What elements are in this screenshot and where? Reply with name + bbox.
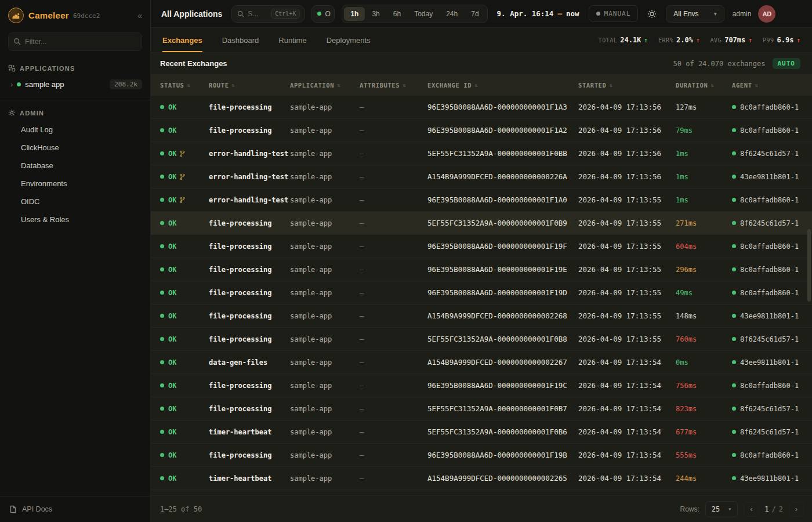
filter-input[interactable] xyxy=(8,32,142,51)
live-toggle-label: O xyxy=(325,10,330,18)
table-row[interactable]: OKfile-processingsample-app—96E395B0088A… xyxy=(151,258,812,281)
agent-status-dot xyxy=(732,198,736,202)
tab-runtime[interactable]: Runtime xyxy=(278,28,306,52)
table-row[interactable]: OKfile-processingsample-app—A154B9A999DF… xyxy=(151,304,812,328)
table-row[interactable]: OKfile-processingsample-app—5EF55FC31352… xyxy=(151,397,812,420)
sidebar-item-oidc[interactable]: OIDC xyxy=(0,193,150,211)
sidebar-collapse-button[interactable]: « xyxy=(137,11,142,20)
table-row[interactable]: OKerror-handling-testsample-app—96E395B0… xyxy=(151,188,812,212)
table-header: STATUS⇅ROUTE⇅APPLICATION⇅ATTRIBUTES⇅EXCH… xyxy=(151,74,812,96)
column-header-label: EXCHANGE ID xyxy=(427,82,472,89)
trend-up-icon: ↑ xyxy=(696,37,700,44)
table-row[interactable]: OKdata-gen-filessample-app—A154B9A999DFC… xyxy=(151,351,812,374)
manual-refresh-button[interactable]: MANUAL xyxy=(589,5,639,22)
live-toggle[interactable]: O xyxy=(311,5,335,23)
table-row[interactable]: OKfile-processingsample-app—96E395B0088A… xyxy=(151,119,812,142)
status-ok-dot xyxy=(160,407,164,411)
agent-cell: 43ee9811b801-1 xyxy=(732,474,803,483)
column-header-started[interactable]: STARTED⇅ xyxy=(578,82,676,89)
table-row[interactable]: OKfile-processingsample-app—96E395B0088A… xyxy=(151,374,812,397)
status-cell: OK xyxy=(160,335,209,343)
table-row[interactable]: OKtimer-heartbeatsample-app—5EF55FC31352… xyxy=(151,420,812,444)
agent-cell: 8f6245c61d57-1 xyxy=(732,405,803,413)
exchange-id-cell: 96E395B0088AA6D-000000000001F1A0 xyxy=(427,195,578,204)
tab-dashboard[interactable]: Dashboard xyxy=(222,28,259,52)
agent-cell: 8c0affadb860-1 xyxy=(732,103,803,111)
scrollbar-thumb[interactable] xyxy=(807,229,811,302)
rows-per-page-select[interactable]: 25 ▾ xyxy=(705,501,738,517)
status-ok-dot xyxy=(160,175,164,179)
sidebar-item-audit-log[interactable]: Audit Log xyxy=(0,121,150,139)
column-header-status[interactable]: STATUS⇅ xyxy=(160,82,209,89)
table-row[interactable]: OKerror-handling-testsample-app—A154B9A9… xyxy=(151,165,812,188)
stat-value: 6.9s xyxy=(777,36,793,44)
table-row[interactable]: OKfile-processingsample-app—5EF55FC31352… xyxy=(151,212,812,235)
column-header-route[interactable]: ROUTE⇅ xyxy=(209,82,290,89)
search-input[interactable] xyxy=(248,10,267,18)
tab-exchanges[interactable]: Exchanges xyxy=(162,28,202,52)
sidebar-item-users-roles[interactable]: Users & Roles xyxy=(0,211,150,229)
table-row[interactable]: OKtimer-heartbeatsample-app—A154B9A999DF… xyxy=(151,467,812,490)
environments-dropdown[interactable]: All Envs ▾ xyxy=(666,5,724,23)
column-header-agent[interactable]: AGENT⇅ xyxy=(732,82,803,89)
time-range-6h[interactable]: 6h xyxy=(387,7,407,21)
agent-cell: 8c0affadb860-1 xyxy=(732,289,803,297)
status-label: OK xyxy=(168,474,176,483)
attributes-cell: — xyxy=(360,474,427,483)
document-icon xyxy=(9,505,17,513)
time-range-1h[interactable]: 1h xyxy=(344,7,365,21)
started-cell: 2026-04-09 17:13:55 xyxy=(578,242,676,251)
sidebar-item-environments[interactable]: Environments xyxy=(0,175,150,193)
next-page-button[interactable]: › xyxy=(789,502,804,517)
table-row[interactable]: OKfile-processingsample-app—96E395B0088A… xyxy=(151,235,812,258)
application-cell: sample-app xyxy=(290,335,360,343)
app-title: Cameleer xyxy=(28,10,69,20)
time-range-7d[interactable]: 7d xyxy=(465,7,485,21)
avatar[interactable]: AD xyxy=(758,5,775,23)
stats-strip: TOTAL24.1K↑ERR%2.0%↑AVG707ms↑P996.9s↑ xyxy=(599,28,800,52)
sidebar-item-sample-app[interactable]: › sample app 208.2k xyxy=(0,76,150,93)
application-cell: sample-app xyxy=(290,150,360,158)
status-cell: OK xyxy=(160,405,209,413)
global-search[interactable]: Ctrl+K xyxy=(231,5,304,23)
column-header-exchange-id[interactable]: EXCHANGE ID⇅ xyxy=(427,82,578,89)
time-range-24h[interactable]: 24h xyxy=(440,7,464,21)
status-ok-dot xyxy=(160,198,164,202)
agent-status-dot xyxy=(732,430,736,434)
time-range-today[interactable]: Today xyxy=(408,7,439,21)
fork-icon xyxy=(180,173,185,180)
column-header-duration[interactable]: DURATION⇅ xyxy=(676,82,732,89)
table-row[interactable]: OKfile-processingsample-app—96E395B0088A… xyxy=(151,281,812,304)
started-cell: 2026-04-09 17:13:54 xyxy=(578,451,676,459)
route-cell: timer-heartbeat xyxy=(209,428,290,436)
agent-status-dot xyxy=(732,476,736,480)
theme-toggle-button[interactable] xyxy=(645,7,659,21)
column-header-label: APPLICATION xyxy=(290,82,334,89)
table-row[interactable]: OKerror-handling-testsample-app—5EF55FC3… xyxy=(151,142,812,165)
sidebar-item-database[interactable]: Database xyxy=(0,157,150,175)
previous-page-button[interactable]: ‹ xyxy=(744,502,759,517)
status-cell: OK xyxy=(160,451,209,459)
exchange-id-cell: 96E395B0088AA6D-000000000001F19B xyxy=(427,451,578,459)
auto-refresh-badge[interactable]: AUTO xyxy=(773,58,801,69)
route-cell: error-handling-test xyxy=(209,196,290,204)
tab-deployments[interactable]: Deployments xyxy=(327,28,371,52)
agent-status-dot xyxy=(732,267,736,271)
date-range[interactable]: 9. Apr. 16:14 – now xyxy=(497,9,579,18)
time-range-3h[interactable]: 3h xyxy=(365,7,386,21)
started-cell: 2026-04-09 17:13:55 xyxy=(578,335,676,343)
exchange-id-cell: 96E395B0088AA6D-000000000001F1A3 xyxy=(427,103,578,111)
column-header-attributes[interactable]: ATTRIBUTES⇅ xyxy=(360,82,427,89)
stat-value: 24.1K xyxy=(620,36,641,44)
table-row[interactable]: OKfile-processingsample-app—96E395B0088A… xyxy=(151,96,812,119)
api-docs-link[interactable]: API Docs xyxy=(0,496,150,522)
agent-cell: 43ee9811b801-1 xyxy=(732,312,803,320)
table-row[interactable]: OKfile-processingsample-app—5EF55FC31352… xyxy=(151,328,812,351)
status-label: OK xyxy=(168,405,176,413)
sidebar-item-clickhouse[interactable]: ClickHouse xyxy=(0,139,150,157)
column-header-application[interactable]: APPLICATION⇅ xyxy=(290,82,360,89)
table-row[interactable]: OKfile-processingsample-app—96E395B0088A… xyxy=(151,444,812,467)
duration-cell: 244ms xyxy=(676,474,732,483)
sort-icon: ⇅ xyxy=(232,82,235,88)
started-cell: 2026-04-09 17:13:54 xyxy=(578,474,676,483)
